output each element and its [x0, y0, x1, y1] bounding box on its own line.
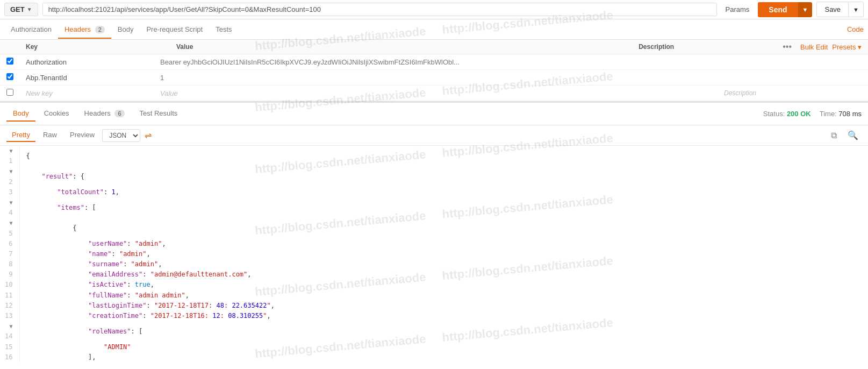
line-number-11: 11 [0, 290, 19, 301]
headers-col-header-row: Key Value Description ••• Bulk Edit Pres… [0, 40, 868, 54]
save-btn-group: Save ▼ [816, 2, 864, 17]
line-number-9: 9 [0, 269, 19, 280]
fold-arrow-5[interactable]: ▼ [9, 220, 12, 226]
code-content-5: { [19, 218, 868, 238]
checkbox-new[interactable] [0, 86, 19, 101]
line-number-15: 15 [0, 342, 19, 352]
value-col-header: Value [170, 40, 632, 54]
bulk-edit-button[interactable]: Bulk Edit [800, 43, 828, 51]
time-label: Time: 708 ms [820, 110, 862, 118]
code-line-2: ▼ 2 "result": { [0, 166, 868, 187]
code-content-8: "surname": "admin", [19, 259, 868, 269]
tab-tests[interactable]: Tests [209, 21, 238, 39]
key-col-header: Key [19, 40, 170, 54]
header-value-authorization: Bearer eyJhbGciOiJIUzI1NiIsInR5cCI6IkpXV… [154, 55, 718, 69]
code-line-3: 3 "totalCount": 1, [0, 187, 868, 197]
header-desc-new[interactable]: Description [718, 86, 868, 100]
send-dropdown-button[interactable]: ▼ [798, 2, 813, 17]
params-button[interactable]: Params [721, 3, 754, 16]
json-code-area: ▼ 1{▼ 2 "result": {3 "totalCount": 1,▼ 4… [0, 146, 868, 362]
fold-arrow-1[interactable]: ▼ [9, 148, 12, 154]
code-content-3: "totalCount": 1, [19, 187, 868, 197]
response-section-header: Body Cookies Headers 6 Test Results Stat… [0, 101, 868, 125]
code-content-12: "lastLoginTime": "2017-12-18T17: 48: 22.… [19, 301, 868, 311]
header-row-tenantid: Abp.TenantId 1 [0, 70, 868, 86]
save-button[interactable]: Save [816, 2, 849, 17]
checkbox-tenantid[interactable] [0, 70, 19, 85]
checkbox-authorization[interactable] [0, 54, 19, 69]
code-link[interactable]: Code [847, 25, 864, 33]
line-number-4: ▼ 4 [0, 197, 19, 218]
code-line-9: 9 "emailAddress": "admin@defaulttenant.c… [0, 269, 868, 280]
resp-tab-test-results[interactable]: Test Results [133, 106, 184, 122]
code-content-6: "userName": "admin", [19, 239, 868, 249]
header-desc-tenantid [718, 74, 868, 81]
headers-section: Key Value Description ••• Bulk Edit Pres… [0, 40, 868, 101]
line-number-2: ▼ 2 [0, 166, 19, 187]
response-body-toolbar: Pretty Raw Preview JSON ⇌ ⧉ 🔍 [0, 125, 868, 146]
line-number-12: 12 [0, 301, 19, 311]
line-number-5: ▼ 5 [0, 218, 19, 238]
send-button[interactable]: Send [758, 2, 798, 17]
resp-tab-headers[interactable]: Headers 6 [78, 106, 131, 122]
line-number-1: ▼ 1 [0, 146, 19, 166]
header-value-new[interactable]: Value [154, 86, 718, 101]
header-row-new: New key Value Description [0, 86, 868, 101]
header-key-authorization: Authorization [19, 55, 154, 69]
more-options-button[interactable]: ••• [783, 42, 792, 52]
format-tab-preview[interactable]: Preview [64, 129, 100, 142]
url-input[interactable] [42, 3, 717, 16]
tab-authorization[interactable]: Authorization [4, 21, 58, 39]
send-btn-group: Send ▼ [758, 2, 812, 17]
wrap-button[interactable]: ⇌ [145, 130, 152, 140]
code-content-9: "emailAddress": "admin@defaulttenant.com… [19, 269, 868, 280]
code-content-11: "fullName": "admin admin", [19, 290, 868, 301]
header-row-authorization: Authorization Bearer eyJhbGciOiJIUzI1NiI… [0, 54, 868, 70]
code-line-4: ▼ 4 "items": [ [0, 197, 868, 218]
code-line-16: 16 ], [0, 352, 868, 362]
code-line-8: 8 "surname": "admin", [0, 259, 868, 269]
status-label: Status: 200 OK [763, 110, 811, 118]
header-key-new[interactable]: New key [19, 86, 154, 101]
code-table: ▼ 1{▼ 2 "result": {3 "totalCount": 1,▼ 4… [0, 146, 868, 362]
line-number-13: 13 [0, 311, 19, 321]
line-number-3: 3 [0, 187, 19, 197]
tab-prerequest[interactable]: Pre-request Script [140, 21, 209, 39]
presets-button[interactable]: Presets ▾ [832, 43, 862, 51]
code-line-14: ▼ 14 "roleNames": [ [0, 321, 868, 342]
tab-headers[interactable]: Headers 2 [58, 21, 111, 39]
code-content-10: "isActive": true, [19, 280, 868, 290]
format-tab-raw[interactable]: Raw [38, 129, 62, 142]
line-number-10: 10 [0, 280, 19, 290]
copy-button[interactable]: ⧉ [828, 129, 840, 141]
json-format-select[interactable]: JSON [102, 129, 140, 142]
response-status: Status: 200 OK Time: 708 ms [763, 110, 862, 118]
code-content-14: "roleNames": [ [19, 321, 868, 342]
fold-arrow-2[interactable]: ▼ [9, 168, 12, 174]
method-button[interactable]: GET ▼ [4, 3, 38, 16]
header-value-tenantid: 1 [154, 70, 718, 85]
line-number-7: 7 [0, 249, 19, 259]
line-number-8: 8 [0, 259, 19, 269]
search-button[interactable]: 🔍 [844, 129, 862, 141]
line-number-16: 16 [0, 352, 19, 362]
url-bar: GET ▼ Params Send ▼ Save ▼ [0, 0, 868, 19]
code-line-10: 10 "isActive": true, [0, 280, 868, 290]
tab-body[interactable]: Body [111, 21, 140, 39]
save-dropdown-button[interactable]: ▼ [849, 2, 864, 17]
code-content-16: ], [19, 352, 868, 362]
header-desc-authorization [718, 59, 868, 65]
fold-arrow-4[interactable]: ▼ [9, 200, 12, 205]
code-line-15: 15 "ADMIN" [0, 342, 868, 352]
format-tab-pretty[interactable]: Pretty [6, 129, 35, 142]
response-right-icons: ⧉ 🔍 [828, 129, 862, 141]
code-content-2: "result": { [19, 166, 868, 187]
request-tabs: Authorization Headers 2 Body Pre-request… [0, 19, 868, 40]
resp-tab-cookies[interactable]: Cookies [38, 106, 76, 122]
line-number-14: ▼ 14 [0, 321, 19, 342]
code-content-15: "ADMIN" [19, 342, 868, 352]
resp-tab-body[interactable]: Body [6, 106, 35, 122]
desc-col-header: Description [632, 40, 783, 54]
fold-arrow-14[interactable]: ▼ [9, 323, 12, 329]
code-content-7: "name": "admin", [19, 249, 868, 259]
